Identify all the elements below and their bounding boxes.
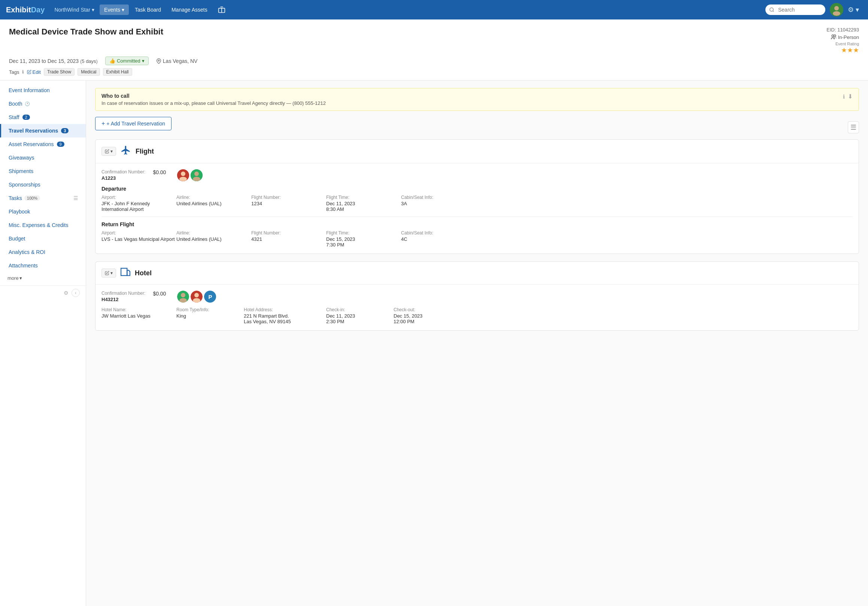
event-title: Medical Device Trade Show and Exhibit	[9, 27, 163, 37]
info-circle-icon: ℹ	[843, 94, 845, 100]
hotel-name-field: Hotel Name: JW Marriott Las Vegas	[101, 307, 177, 324]
ret-flight-number: Flight Number: 4321	[251, 230, 326, 248]
search-wrapper	[766, 5, 825, 15]
sidebar-item-analytics[interactable]: Analytics & ROI	[0, 245, 86, 259]
nav-events[interactable]: Events ▾	[99, 5, 129, 15]
in-person-icon	[831, 34, 837, 40]
hotel-summary: Confirmation Number: H43212 $0.00 P	[101, 291, 852, 303]
sidebar-item-event-information[interactable]: Event Information	[0, 84, 86, 97]
page-content: Medical Device Trade Show and Exhibit EI…	[0, 20, 868, 606]
event-location: Las Vegas, NV	[156, 58, 198, 64]
events-dropdown-icon: ▾	[122, 7, 124, 13]
date-range: Dec 11, 2023 to Dec 15, 2023 (5 days)	[9, 58, 98, 64]
user-avatar[interactable]	[830, 3, 843, 17]
sidebar-item-budget[interactable]: Budget	[0, 232, 86, 245]
broadcast-icon	[218, 6, 225, 14]
dep-flight-time: Flight Time: Dec 11, 20238:30 AM	[326, 195, 401, 212]
flight-cost: $0.00	[153, 169, 166, 175]
org-selector[interactable]: NorthWind Star ▾	[51, 5, 98, 15]
sidebar-item-playbook[interactable]: Playbook	[0, 205, 86, 219]
pencil-icon	[105, 149, 109, 153]
add-travel-reservation-button[interactable]: + + Add Travel Reservation	[95, 117, 172, 130]
asset-badge: 9	[57, 141, 64, 147]
flight-card-header: ▾ Flight	[96, 140, 859, 163]
event-rating: Event Rating ★★★	[835, 42, 859, 54]
event-meta: Dec 11, 2023 to Dec 15, 2023 (5 days) 👍 …	[9, 57, 859, 65]
flight-confirmation-value: A1223	[101, 175, 145, 181]
tasks-checklist-icon: ☰	[73, 195, 78, 201]
svg-point-5	[832, 35, 834, 37]
flight-divider	[101, 217, 852, 217]
list-view-icon[interactable]: ☰	[848, 121, 859, 133]
ret-airport: Airport: LVS - Las Vegas Municipal Airpo…	[101, 230, 177, 248]
flight-edit-button[interactable]: ▾	[101, 147, 116, 156]
hotel-checkout-field: Check-out: Dec 15, 202312:00 PM	[394, 307, 461, 324]
sidebar-item-travel-reservations[interactable]: Travel Reservations 3	[0, 124, 86, 138]
flight-confirmation-label: Confirmation Number:	[101, 169, 145, 175]
svg-point-25	[194, 293, 199, 298]
hotel-avatar-2	[191, 291, 203, 303]
sidebar-item-attachments[interactable]: Attachments	[0, 259, 86, 272]
return-details: Airport: LVS - Las Vegas Municipal Airpo…	[101, 230, 852, 248]
sidebar-more[interactable]: more ▾	[0, 272, 86, 284]
ret-cabin: Cabin/Seat Info: 4C	[401, 230, 476, 248]
hotel-attendees: P	[177, 291, 216, 303]
flight-avatar-1	[177, 169, 189, 181]
flight-summary: Confirmation Number: A1223 $0.00	[101, 169, 852, 181]
sidebar-item-staff[interactable]: Staff 2	[0, 110, 86, 124]
more-arrow-icon: ▾	[20, 275, 22, 281]
svg-point-23	[179, 298, 187, 303]
sidebar-footer: ⚙ ‹	[0, 285, 86, 300]
download-icon[interactable]: ⬇	[848, 93, 852, 100]
svg-point-7	[158, 60, 160, 61]
hotel-card-header: ▾ Hotel	[96, 262, 859, 285]
top-actions: + + Add Travel Reservation ☰	[95, 117, 859, 138]
dep-cabin: Cabin/Seat Info: 3A	[401, 195, 476, 212]
star-rating: ★★★	[835, 46, 859, 54]
tags-row: Tags ℹ Edit Trade Show Medical Exhibit H…	[9, 68, 859, 76]
airplane-icon	[121, 145, 131, 155]
tag-trade-show: Trade Show	[44, 68, 74, 76]
svg-point-6	[834, 35, 835, 37]
hotel-type-label: Hotel	[135, 269, 152, 277]
svg-point-9	[181, 172, 185, 176]
nav-task-board[interactable]: Task Board	[130, 5, 166, 15]
hotel-reservation-card: ▾ Hotel Confirm	[95, 262, 859, 331]
staff-badge: 2	[22, 115, 30, 120]
sidebar-item-sponsorships[interactable]: Sponsorships	[0, 178, 86, 191]
tag-medical: Medical	[78, 68, 99, 76]
main-layout: Event Information Booth 🕐 Staff 2 Travel…	[0, 81, 868, 606]
sidebar-item-asset-reservations[interactable]: Asset Reservations 9	[0, 138, 86, 151]
hotel-confirmation-field: Confirmation Number: H43212	[101, 291, 145, 302]
sidebar-item-giveaways[interactable]: Giveaways	[0, 151, 86, 164]
app-logo[interactable]: ExhibitDay	[6, 6, 45, 14]
plus-icon: +	[101, 120, 105, 127]
ret-airline: Airline: United Airlines (UAL)	[177, 230, 251, 248]
svg-point-3	[834, 6, 839, 11]
sidebar-item-shipments[interactable]: Shipments	[0, 164, 86, 178]
sidebar-item-booth[interactable]: Booth 🕐	[0, 97, 86, 110]
sidebar-item-misc-expenses[interactable]: Misc. Expenses & Credits	[0, 219, 86, 232]
hotel-pencil-icon	[105, 271, 109, 275]
departure-details: Airport: JFK - John F Kennedy Internatio…	[101, 195, 852, 212]
hotel-room-type-field: Room Type/Info: King	[177, 307, 244, 324]
hotel-card-body: Confirmation Number: H43212 $0.00 P	[96, 285, 859, 330]
sidebar-gear-icon[interactable]: ⚙	[64, 290, 68, 296]
hotel-edit-button[interactable]: ▾	[101, 268, 116, 277]
travel-badge: 3	[61, 128, 68, 133]
building-icon	[121, 267, 130, 277]
settings-gear[interactable]: ⚙ ▾	[845, 4, 862, 15]
status-button[interactable]: 👍 Committed ▾	[105, 57, 149, 65]
nav-manage-assets[interactable]: Manage Assets	[167, 5, 212, 15]
tag-exhibit-hall: Exhibit Hall	[103, 68, 132, 76]
flight-reservation-card: ▾ Flight Confirmation Number: A1223	[95, 139, 859, 254]
nav-broadcast[interactable]	[214, 4, 230, 16]
dep-airport: Airport: JFK - John F Kennedy Internatio…	[101, 195, 177, 212]
tags-edit-button[interactable]: Edit	[27, 69, 40, 75]
sidebar-back-icon[interactable]: ‹	[71, 289, 80, 297]
hotel-checkin-field: Check-in: Dec 11, 20232:30 PM	[326, 307, 394, 324]
sidebar-item-tasks[interactable]: Tasks 100% ☰	[0, 191, 86, 205]
tags-info-icon: ℹ	[22, 69, 24, 74]
search-input[interactable]	[766, 5, 825, 15]
hotel-avatar-3: P	[204, 291, 216, 303]
